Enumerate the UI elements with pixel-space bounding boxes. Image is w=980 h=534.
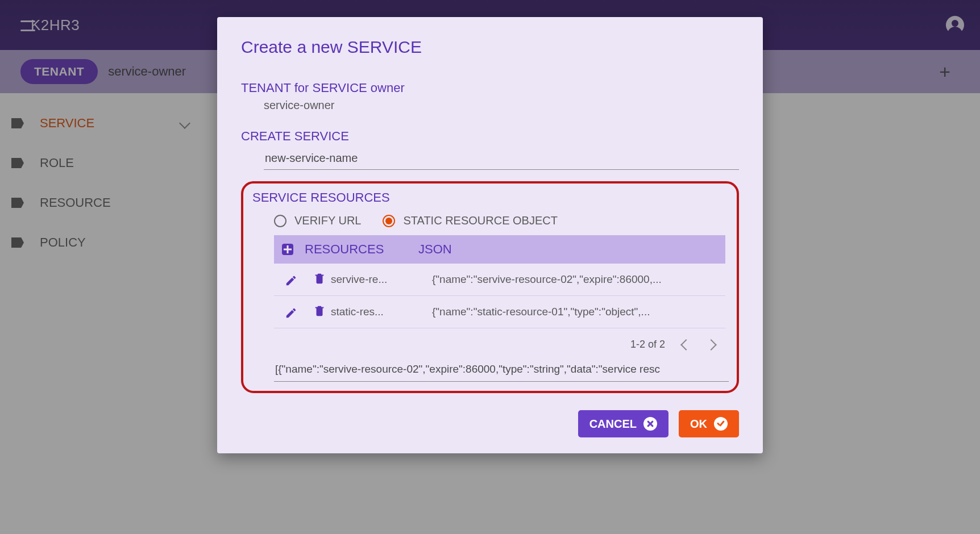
add-resource-button[interactable]	[282, 244, 293, 255]
ok-button[interactable]: OK	[679, 410, 739, 437]
radio-label: VERIFY URL	[294, 214, 361, 227]
edit-button[interactable]	[282, 304, 298, 320]
column-json: JSON	[418, 242, 452, 257]
next-page-button[interactable]	[705, 339, 717, 351]
resource-name-cell: servive-re...	[331, 273, 416, 286]
service-name-input[interactable]	[264, 147, 739, 170]
dialog-title: Create a new SERVICE	[241, 37, 739, 57]
service-resources-heading: SERVICE RESOURCES	[252, 190, 729, 205]
check-icon	[714, 417, 728, 431]
resource-type-radio-group: VERIFY URL STATIC RESOURCE OBJECT	[251, 208, 729, 235]
resources-json-input[interactable]	[274, 357, 729, 382]
button-label: CANCEL	[589, 418, 637, 431]
radio-icon	[383, 215, 395, 227]
trash-icon	[313, 304, 326, 319]
table-row: static-res... {"name":"static-resource-0…	[274, 296, 725, 328]
radio-label: STATIC RESOURCE OBJECT	[403, 214, 558, 227]
modal-overlay: Create a new SERVICE TENANT for SERVICE …	[0, 0, 980, 534]
tenant-owner-heading: TENANT for SERVICE owner	[241, 81, 739, 95]
create-service-dialog: Create a new SERVICE TENANT for SERVICE …	[217, 17, 763, 453]
resource-json-cell: {"name":"static-resource-01","type":"obj…	[432, 306, 717, 318]
tenant-owner-value: service-owner	[241, 99, 739, 112]
delete-button[interactable]	[312, 304, 327, 320]
dialog-actions: CANCEL OK	[241, 410, 739, 437]
resources-table: RESOURCES JSON servive-re... {"name":"se…	[274, 235, 725, 355]
radio-icon	[274, 215, 286, 227]
service-resources-highlight: SERVICE RESOURCES VERIFY URL STATIC RESO…	[241, 181, 739, 393]
pencil-icon	[285, 307, 295, 317]
table-row: servive-re... {"name":"servive-resource-…	[274, 264, 725, 296]
delete-button[interactable]	[312, 272, 327, 287]
cancel-button[interactable]: CANCEL	[578, 410, 668, 437]
edit-button[interactable]	[282, 272, 298, 287]
pager-label: 1-2 of 2	[630, 339, 665, 351]
trash-icon	[313, 272, 326, 287]
pager: 1-2 of 2	[274, 328, 725, 355]
radio-verify-url[interactable]: VERIFY URL	[274, 214, 361, 227]
button-label: OK	[690, 418, 707, 431]
resource-name-cell: static-res...	[331, 306, 416, 318]
create-service-heading: CREATE SERVICE	[241, 129, 739, 144]
column-resources: RESOURCES	[305, 242, 418, 257]
prev-page-button[interactable]	[680, 339, 692, 351]
close-icon	[643, 417, 657, 431]
resources-table-head: RESOURCES JSON	[274, 235, 725, 264]
radio-static-resource-object[interactable]: STATIC RESOURCE OBJECT	[383, 214, 558, 227]
resource-json-cell: {"name":"servive-resource-02","expire":8…	[432, 273, 717, 286]
pencil-icon	[285, 274, 295, 285]
